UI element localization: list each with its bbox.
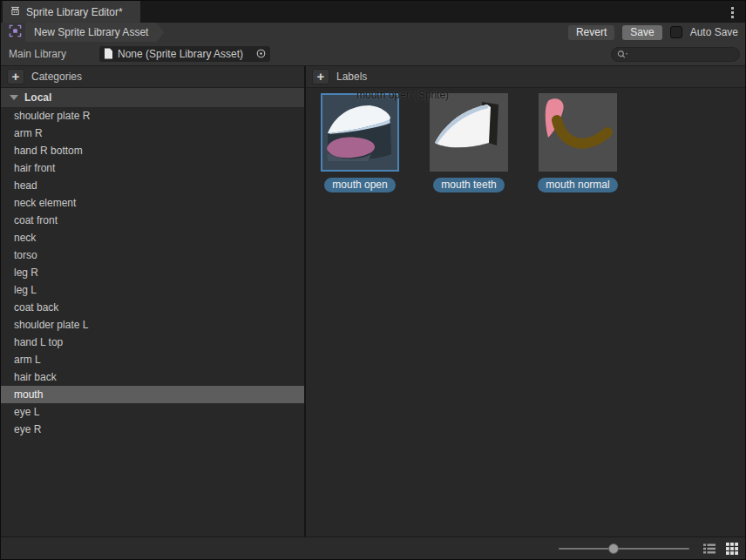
save-button[interactable]: Save [622, 25, 661, 40]
file-icon [104, 48, 113, 59]
window-menu-kebab-icon[interactable] [726, 4, 738, 20]
category-item-eye-L[interactable]: eye L [1, 403, 304, 421]
label-item-mouth-normal[interactable]: mouth normal [539, 93, 617, 192]
sprite-library-editor-window: Sprite Library Editor* New Sprite Librar… [0, 0, 746, 560]
main-library-object-field[interactable]: None (Sprite Library Asset) [99, 46, 270, 62]
labels-panel: + Labels mouth open [306, 66, 745, 536]
category-item-neck[interactable]: neck [1, 229, 304, 246]
tab-title: Sprite Library Editor* [26, 6, 123, 18]
object-picker-icon[interactable] [255, 48, 267, 59]
main-library-label: Main Library [9, 48, 96, 60]
search-icon [617, 50, 628, 59]
category-item-neck-element[interactable]: neck element [1, 194, 304, 212]
label-pill[interactable]: mouth normal [538, 178, 617, 192]
add-category-button[interactable]: + [7, 69, 24, 84]
labels-header: + Labels [306, 66, 745, 88]
category-item-hair-front[interactable]: hair front [1, 159, 304, 177]
category-item-shoulder-plate-L[interactable]: shoulder plate L [1, 316, 304, 334]
category-item-torso[interactable]: torso [1, 246, 304, 264]
labels-header-label: Labels [336, 71, 367, 83]
categories-panel: + Categories Local shoulder plate Rarm R… [1, 66, 306, 536]
tab-bar: Sprite Library Editor* [1, 1, 745, 23]
category-list: shoulder plate Rarm Rhand R bottomhair f… [1, 107, 304, 536]
object-field-value: None (Sprite Library Asset) [118, 48, 255, 60]
slider-thumb[interactable] [608, 543, 619, 554]
add-label-button[interactable]: + [312, 69, 329, 84]
category-item-coat-back[interactable]: coat back [1, 299, 304, 316]
sprite-thumbnail-mouth-open[interactable] [321, 93, 399, 172]
category-item-arm-L[interactable]: arm L [1, 351, 304, 368]
sprite-library-asset-icon [9, 24, 22, 40]
slider-track[interactable] [559, 548, 689, 550]
list-view-icon[interactable] [702, 541, 716, 556]
category-item-hand-L-top[interactable]: hand L top [1, 334, 304, 351]
category-item-arm-R[interactable]: arm R [1, 125, 304, 142]
toolbar: New Sprite Library Asset Revert Save Aut… [1, 23, 745, 42]
sprite-thumbnail-mouth-teeth[interactable] [430, 93, 508, 172]
local-group-foldout[interactable]: Local [1, 88, 304, 107]
auto-save-checkbox[interactable] [670, 26, 682, 38]
foldout-arrow-icon [10, 95, 18, 100]
category-item-coat-front[interactable]: coat front [1, 212, 304, 229]
sprite-library-icon [10, 5, 21, 19]
category-item-head[interactable]: head [1, 177, 304, 194]
breadcrumb-label: New Sprite Library Asset [34, 26, 148, 38]
local-group-label: Local [24, 91, 51, 104]
label-item-mouth-teeth[interactable]: mouth teeth [430, 93, 508, 192]
search-input[interactable] [628, 50, 734, 60]
category-item-hair-back[interactable]: hair back [1, 368, 304, 386]
label-grid: mouth open mouth teeth [306, 88, 745, 192]
categories-header-label: Categories [31, 71, 82, 83]
label-item-mouth-open[interactable]: mouth open [321, 93, 399, 192]
category-item-shoulder-plate-R[interactable]: shoulder plate R [1, 107, 304, 125]
label-pill[interactable]: mouth teeth [433, 178, 504, 192]
bottom-bar [1, 536, 745, 559]
toolbar-actions: Revert Save Auto Save [568, 23, 738, 42]
breadcrumb[interactable]: New Sprite Library Asset [25, 23, 164, 42]
sprite-thumbnail-mouth-normal[interactable] [539, 93, 617, 172]
thumbnail-size-slider[interactable] [559, 543, 689, 555]
category-item-eye-R[interactable]: eye R [1, 421, 304, 438]
tab-sprite-library-editor[interactable]: Sprite Library Editor* [3, 1, 140, 23]
search-field[interactable] [611, 47, 740, 62]
category-item-leg-R[interactable]: leg R [1, 264, 304, 281]
revert-button[interactable]: Revert [568, 25, 614, 40]
auto-save-label: Auto Save [690, 26, 738, 38]
grid-view-icon[interactable] [724, 541, 739, 556]
category-item-leg-L[interactable]: leg L [1, 281, 304, 299]
label-pill[interactable]: mouth open [324, 178, 395, 192]
category-item-mouth[interactable]: mouth [1, 386, 304, 403]
main-library-row: Main Library None (Sprite Library Asset) [1, 42, 745, 66]
content: + Categories Local shoulder plate Rarm R… [1, 66, 745, 536]
categories-header: + Categories [1, 66, 304, 88]
category-item-hand-R-bottom[interactable]: hand R bottom [1, 142, 304, 159]
